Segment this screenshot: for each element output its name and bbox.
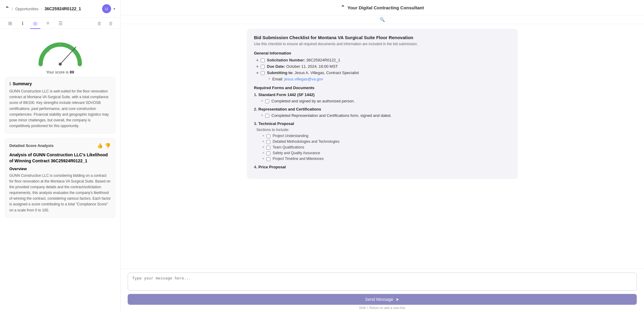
detailed-header: Detailed Score Analysis 👍 👎 bbox=[9, 143, 111, 148]
left-content: 0 50 100 20 80 Your score is 89 ℹ Summar… bbox=[0, 29, 120, 312]
svg-text:20: 20 bbox=[47, 50, 50, 53]
breadcrumb-arrow-icon: › bbox=[41, 7, 42, 11]
logo-icon: ⌃ bbox=[5, 5, 9, 12]
checklist-title: Bid Submission Checklist for Montana VA … bbox=[254, 35, 511, 40]
svg-point-1 bbox=[59, 63, 62, 66]
small-bullet-icon bbox=[263, 135, 264, 136]
svg-text:0: 0 bbox=[40, 66, 41, 67]
numbered-section-1: 1. Standard Form 1442 (SF 1442) Complete… bbox=[254, 92, 511, 103]
right-logo-icon: ⌃ bbox=[341, 4, 345, 11]
sections-to-include-label: Sections to Include: bbox=[254, 128, 511, 132]
send-label: Send Message bbox=[365, 297, 393, 302]
left-tabs: ⊞ ℹ ◎ ≡ ☰ 🗑 🗑 bbox=[0, 18, 120, 29]
list-item: Completed Representation and Certificati… bbox=[254, 113, 511, 118]
bullet-icon bbox=[257, 59, 258, 61]
tab-doc[interactable]: ☰ bbox=[55, 18, 66, 29]
trash-icon[interactable]: 🗑 bbox=[106, 19, 115, 28]
breadcrumb-link[interactable]: Opportunities bbox=[15, 7, 39, 11]
timeline-text: Project Timeline and Milestones bbox=[273, 157, 324, 161]
svg-text:100: 100 bbox=[79, 66, 84, 67]
small-bullet-icon bbox=[263, 152, 264, 154]
summary-card: ℹ Summary GUNN Construction LLC is well-… bbox=[5, 77, 115, 133]
search-bar: 🔍 bbox=[120, 15, 644, 24]
hint-text: Shift + Return to add a new line bbox=[128, 306, 637, 310]
general-info-heading: General Information bbox=[254, 51, 511, 55]
left-header: ⌃ / Opportunities › 36C25924R0122_1 U ▾ bbox=[0, 0, 120, 18]
checkbox-rep-cert[interactable] bbox=[265, 114, 269, 118]
small-bullet-icon bbox=[261, 100, 263, 101]
thumbs-down-button[interactable]: 👎 bbox=[105, 143, 111, 148]
numbered-section-4: 4. Price Proposal bbox=[254, 165, 511, 169]
checkbox-sf1442[interactable] bbox=[265, 99, 269, 103]
checkbox-timeline[interactable] bbox=[266, 157, 270, 161]
checkbox-safety[interactable] bbox=[266, 151, 270, 155]
checkbox-solicitation[interactable] bbox=[261, 58, 265, 62]
team-qual-text: Team Qualifications bbox=[273, 145, 304, 149]
list-item: Safety and Quality Assurance bbox=[263, 151, 511, 155]
rep-cert-text: Completed Representation and Certificati… bbox=[272, 113, 392, 118]
checkbox-project-understanding[interactable] bbox=[266, 134, 270, 138]
list-item: Solicitation Number: 36C25924R0122_1 bbox=[254, 58, 511, 62]
email-link[interactable]: jesus.villegas@va.gov bbox=[284, 77, 323, 81]
gauge-svg: 0 50 100 20 80 bbox=[36, 39, 84, 68]
technical-sub-items: Project Understanding Detailed Methodolo… bbox=[254, 134, 511, 161]
search-icon: 🔍 bbox=[380, 17, 385, 22]
checkbox-team-qual[interactable] bbox=[266, 146, 270, 150]
numbered-section-2: 2. Representation and Certifications Com… bbox=[254, 107, 511, 118]
list-item: Submitting to: Jesus A. Villegas, Contra… bbox=[254, 70, 511, 75]
svg-text:80: 80 bbox=[71, 50, 74, 53]
section-4-label: 4. Price Proposal bbox=[254, 165, 511, 169]
list-item: Project Timeline and Milestones bbox=[263, 157, 511, 161]
overview-label: Overview bbox=[9, 167, 111, 171]
tab-chart[interactable]: ◎ bbox=[30, 18, 40, 29]
checkbox-submitting[interactable] bbox=[261, 71, 265, 75]
section-2-label: 2. Representation and Certifications bbox=[254, 107, 511, 111]
user-avatar[interactable]: U bbox=[102, 4, 111, 13]
checkbox-due-date[interactable] bbox=[261, 65, 265, 69]
summary-title: ℹ Summary bbox=[9, 81, 111, 86]
small-bullet-icon bbox=[269, 78, 270, 80]
chevron-down-icon[interactable]: ▾ bbox=[114, 7, 115, 11]
message-input[interactable] bbox=[128, 273, 637, 291]
tab-info[interactable]: ℹ bbox=[17, 18, 28, 29]
svg-text:50: 50 bbox=[58, 43, 61, 46]
solicitation-text: Solicitation Number: 36C25924R0122_1 bbox=[267, 58, 341, 62]
avatar-letter: U bbox=[105, 7, 108, 11]
checklist-subtitle: Use this checklist to ensure all require… bbox=[254, 42, 511, 46]
send-button[interactable]: Send Message ➤ bbox=[128, 294, 637, 305]
email-text: Email: jesus.villegas@va.gov bbox=[272, 77, 323, 81]
summary-text: GUNN Construction LLC is well-suited for… bbox=[9, 89, 111, 129]
checklist-card: Bid Submission Checklist for Montana VA … bbox=[247, 29, 518, 179]
bullet-icon bbox=[257, 66, 258, 67]
vote-buttons: 👍 👎 bbox=[97, 143, 111, 148]
section-1-label: 1. Standard Form 1442 (SF 1442) bbox=[254, 92, 511, 97]
page-id: 36C25924R0122_1 bbox=[45, 6, 100, 11]
tab-stack[interactable]: ≡ bbox=[43, 18, 53, 29]
safety-text: Safety and Quality Assurance bbox=[273, 151, 320, 155]
small-bullet-icon bbox=[263, 146, 264, 148]
small-bullet-icon bbox=[263, 141, 264, 142]
delete-icon[interactable]: 🗑 bbox=[95, 19, 104, 28]
numbered-section-3: 3. Technical Proposal Sections to Includ… bbox=[254, 121, 511, 161]
list-item: Project Understanding bbox=[263, 134, 511, 138]
svg-line-0 bbox=[60, 47, 76, 64]
due-date-text: Due Date: October 11, 2024, 16:00 MST bbox=[267, 64, 338, 69]
right-title: Your Digital Contracting Consultant bbox=[347, 5, 424, 10]
required-forms-heading: Required Forms and Documents bbox=[254, 86, 511, 90]
detailed-score-card: Detailed Score Analysis 👍 👎 Analysis of … bbox=[5, 138, 115, 218]
right-panel: ⌃ Your Digital Contracting Consultant 🔍 … bbox=[120, 0, 644, 312]
send-icon: ➤ bbox=[396, 297, 399, 302]
left-panel: ⌃ / Opportunities › 36C25924R0122_1 U ▾ … bbox=[0, 0, 120, 312]
thumbs-up-button[interactable]: 👍 bbox=[97, 143, 103, 148]
gauge-score: 89 bbox=[70, 70, 74, 74]
list-item: Due Date: October 11, 2024, 16:00 MST bbox=[254, 64, 511, 69]
analysis-title: Analysis of GUNN Construction LLC's Like… bbox=[9, 152, 111, 164]
list-item: Completed and signed by an authorized pe… bbox=[254, 99, 511, 103]
bullet-icon bbox=[257, 72, 258, 74]
list-item: Email: jesus.villegas@va.gov bbox=[254, 77, 511, 81]
tab-layers[interactable]: ⊞ bbox=[5, 18, 15, 29]
gauge-container: 0 50 100 20 80 Your score is 89 bbox=[5, 34, 115, 77]
checkbox-methodologies[interactable] bbox=[266, 140, 270, 144]
small-bullet-icon bbox=[263, 158, 264, 159]
small-bullet-icon bbox=[261, 114, 263, 116]
